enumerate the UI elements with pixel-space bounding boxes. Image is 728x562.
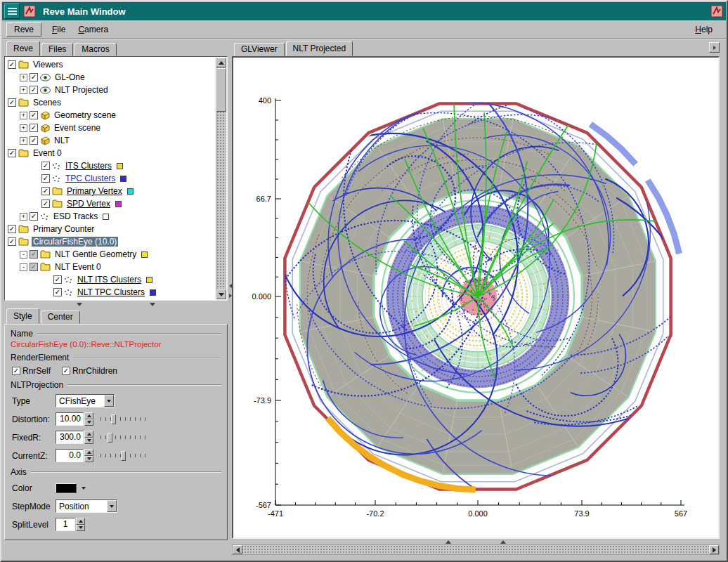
distortion-spinner[interactable]: 10.00	[56, 412, 93, 426]
tree-item-primary-counter[interactable]: ✓Primary Counter	[6, 223, 215, 235]
currentz-spinner[interactable]: 0.0	[56, 449, 93, 462]
scrollbar-thumb[interactable]	[216, 68, 226, 112]
tree-item-nlt-its-clusters[interactable]: ✓NLT ITS Clusters	[6, 273, 215, 286]
tree-item-nlt-gentle-geometry[interactable]: -✓NLT Gentle Geometry	[6, 248, 215, 261]
scroll-left-icon[interactable]	[233, 545, 242, 554]
nlt-projected-view[interactable]: 40066.70.000-73.9-567-471-70.20.00073.95…	[233, 58, 718, 537]
tree-item-gl-one[interactable]: +✓GL-One	[6, 71, 215, 84]
tab-scroll-button[interactable]	[709, 42, 720, 53]
tab-reve[interactable]: Reve	[6, 41, 40, 56]
expander-icon[interactable]: +	[20, 124, 27, 132]
tree-item-spd-vertex[interactable]: ✓SPD Vertex	[6, 197, 215, 210]
slider-thumb[interactable]	[121, 451, 126, 461]
checkbox[interactable]: ✓	[41, 200, 50, 208]
tree-item-scenes[interactable]: ✓Scenes	[6, 96, 215, 109]
chevron-down-icon[interactable]	[104, 395, 114, 407]
fixedr-slider[interactable]	[100, 432, 145, 443]
tree-item-nlt-event-0[interactable]: -✓NLT Event 0	[6, 261, 215, 273]
spin-down-icon[interactable]	[84, 438, 93, 445]
slider-thumb[interactable]	[111, 414, 116, 424]
axis-color-swatch[interactable]	[56, 483, 77, 493]
checkbox[interactable]: ✓	[8, 60, 16, 69]
checkbox[interactable]: ✓	[30, 124, 38, 132]
checkbox[interactable]: ✓	[8, 149, 16, 157]
checkbox[interactable]: ✓	[30, 250, 38, 259]
menu-reve[interactable]: Reve	[6, 22, 41, 37]
expander-icon[interactable]: +	[20, 86, 27, 94]
tree-item-circularfisheye-10-0-[interactable]: ✓CircularFishEye (10.0)	[6, 235, 215, 248]
checkbox[interactable]: ✓	[30, 86, 38, 94]
stepmode-combobox[interactable]: Position	[56, 499, 117, 513]
tree-item-nlt-projected[interactable]: +✓NLT Projected	[6, 84, 215, 96]
spin-up-icon[interactable]	[76, 518, 85, 525]
expander-icon[interactable]: +	[20, 213, 27, 221]
currentz-slider[interactable]	[100, 450, 145, 462]
spin-down-icon[interactable]	[76, 525, 85, 532]
tree-item-label: NLT Gentle Geometry	[53, 249, 138, 259]
expander-icon[interactable]: +	[20, 74, 27, 81]
checkbox[interactable]: ✓	[8, 225, 16, 233]
spin-down-icon[interactable]	[84, 419, 93, 426]
menu-file[interactable]: File	[46, 22, 72, 37]
checkbox[interactable]: ✓	[8, 98, 16, 107]
tree-item-tpc-clusters[interactable]: ✓TPC Clusters	[6, 172, 215, 185]
chevron-down-icon[interactable]	[79, 484, 88, 492]
event-display-canvas[interactable]: 40066.70.000-73.9-567-471-70.20.00073.95…	[232, 56, 720, 539]
slider-thumb[interactable]	[108, 433, 112, 443]
tree-vertical-scrollbar[interactable]	[216, 58, 226, 299]
expander-icon[interactable]: +	[20, 112, 27, 119]
scroll-down-icon[interactable]	[216, 289, 226, 299]
scroll-up-icon[interactable]	[216, 58, 226, 67]
scroll-right-icon[interactable]	[709, 545, 719, 554]
tree-item-nlt[interactable]: +✓NLT	[6, 134, 215, 147]
window-icon-button[interactable]	[710, 4, 724, 18]
spin-up-icon[interactable]	[84, 431, 93, 438]
checkbox[interactable]: ✓	[41, 187, 50, 195]
spin-up-icon[interactable]	[84, 412, 93, 419]
checkbox[interactable]: ✓	[8, 237, 16, 246]
menu-camera[interactable]: Camera	[72, 22, 115, 37]
menu-help[interactable]: Help	[689, 22, 719, 37]
tab-nlt-projected[interactable]: NLT Projected	[286, 41, 353, 56]
tab-center[interactable]: Center	[41, 311, 80, 324]
rnrself-checkbox[interactable]: ✓	[12, 367, 20, 375]
canvas-splitter[interactable]	[232, 540, 720, 544]
tree-item-its-clusters[interactable]: ✓ITS Clusters	[6, 159, 215, 172]
tab-files[interactable]: Files	[41, 43, 73, 56]
tree-item-nlt-tpc-clusters[interactable]: ✓NLT TPC Clusters	[6, 286, 215, 299]
tree-item-event-scene[interactable]: +✓Event scene	[6, 122, 215, 134]
tree-item-event-0[interactable]: ✓Event 0	[6, 147, 215, 159]
expander-icon[interactable]: -	[20, 251, 27, 259]
spin-down-icon[interactable]	[84, 456, 93, 463]
checkbox[interactable]: ✓	[53, 275, 62, 284]
svg-text:-567: -567	[256, 501, 271, 509]
tab-macros[interactable]: Macros	[74, 43, 116, 56]
spin-up-icon[interactable]	[84, 449, 93, 456]
distortion-slider[interactable]	[100, 414, 145, 425]
tree-item-geometry-scene[interactable]: +✓Geometry scene	[6, 109, 215, 122]
tree-item-esd-tracks[interactable]: +✓ESD Tracks	[6, 210, 215, 223]
tree-item-viewers[interactable]: ✓Viewers	[6, 58, 215, 71]
tree-item-primary-vertex[interactable]: ✓Primary Vertex	[6, 185, 215, 197]
canvas-horizontal-scrollbar[interactable]	[232, 544, 720, 555]
fixedr-spinner[interactable]: 300.0	[56, 431, 93, 444]
tab-style[interactable]: Style	[6, 308, 39, 324]
expander-icon[interactable]: +	[20, 137, 27, 145]
checkbox[interactable]: ✓	[30, 136, 38, 145]
chevron-down-icon[interactable]	[107, 500, 117, 512]
rnrchildren-checkbox[interactable]: ✓	[62, 367, 70, 375]
expander-icon[interactable]: -	[20, 263, 27, 271]
checkbox[interactable]: ✓	[53, 288, 62, 296]
checkbox[interactable]: ✓	[30, 111, 38, 119]
checkbox[interactable]: ✓	[41, 162, 50, 170]
tab-glviewer[interactable]: GLViewer	[234, 43, 285, 56]
checkbox[interactable]: ✓	[41, 174, 50, 183]
checkbox[interactable]: ✓	[30, 73, 38, 81]
checkbox[interactable]: ✓	[30, 263, 38, 271]
rnrchildren-label: RnrChildren	[72, 366, 117, 376]
splitlevel-spinner[interactable]: 1	[56, 518, 85, 531]
tree-splitter[interactable]	[4, 301, 228, 308]
checkbox[interactable]: ✓	[30, 212, 38, 221]
type-combobox[interactable]: CFishEye	[56, 394, 115, 407]
window-menu-button[interactable]	[4, 4, 20, 19]
